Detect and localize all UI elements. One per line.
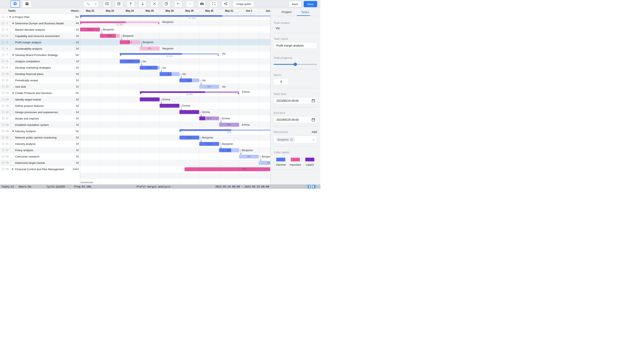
table-row-7[interactable]: 7Develop Brand Promotion Strategy1w	[0, 52, 80, 58]
slider-thumb[interactable]	[294, 63, 297, 66]
toggle-left-panel-icon[interactable]	[307, 185, 311, 188]
gantt-bar-24[interactable]: 0%⋮Benjamin	[259, 161, 270, 165]
table-row-19[interactable]: 19Industry Analysis1w	[0, 128, 80, 134]
table-row-13[interactable]: 13Create Products and Services1w	[0, 90, 80, 96]
copy-button[interactable]	[162, 1, 170, 7]
bar-drag-handle[interactable]: ⋮	[197, 136, 198, 140]
table-row-16[interactable]: 16Design processes and experiences1d	[0, 109, 80, 115]
calendar-icon[interactable]	[312, 99, 315, 103]
indent-button[interactable]	[115, 1, 123, 7]
gantt-bar-6[interactable]: 0%⋮Benjamin	[140, 47, 160, 51]
comment-icon[interactable]	[2, 91, 5, 94]
bar-drag-handle[interactable]: ⋮	[137, 40, 139, 44]
comment-icon[interactable]	[2, 149, 5, 152]
comment-icon[interactable]	[2, 123, 5, 126]
gantt-bar-12[interactable]: 0%⋮Vic	[199, 85, 219, 89]
gantt-bar-4[interactable]: 80%⋮Benjamin	[100, 34, 120, 38]
expand-caret[interactable]	[12, 131, 14, 132]
gantt-bar-8[interactable]: 100%⋮Vic	[120, 59, 140, 63]
table-row-8[interactable]: 8Analyze competitors1d	[0, 58, 80, 65]
gantt-bar-17[interactable]: 30%⋮Emma	[199, 117, 219, 120]
table-row-17[interactable]: 17Iterate and improve1d	[0, 115, 80, 121]
hours-input[interactable]	[274, 78, 289, 85]
gantt-bar-16[interactable]: 99%⋮Emma	[179, 110, 199, 114]
table-row-23[interactable]: 23Consumer research1d	[0, 153, 80, 160]
color-label-general[interactable]: General	[274, 158, 288, 166]
comment-icon[interactable]	[2, 168, 5, 170]
table-row-2[interactable]: 2Determine Domain and Business Model4d	[0, 20, 80, 26]
screenshot-button[interactable]	[198, 1, 206, 7]
back-button[interactable]: Back	[289, 1, 302, 7]
bar-drag-handle[interactable]: ⋮	[197, 78, 198, 82]
gantt-bar-14[interactable]: 100%⋮Emma	[140, 97, 160, 101]
comment-icon[interactable]	[2, 47, 5, 50]
comment-icon[interactable]	[2, 35, 5, 37]
bar-drag-handle[interactable]: ⋮	[157, 47, 159, 51]
table-row-14[interactable]: 14Identify target market1d	[0, 96, 80, 103]
expand-caret[interactable]	[12, 23, 14, 24]
bar-drag-handle[interactable]: ⋮	[216, 85, 218, 89]
task-name-input[interactable]	[274, 42, 317, 49]
save-button[interactable]: Save	[304, 1, 317, 7]
comment-icon[interactable]	[2, 41, 5, 44]
gantt-bar-10[interactable]: 60%⋮Vic	[160, 72, 179, 76]
gantt-summary-bar-19[interactable]: 52%	[179, 129, 270, 131]
table-row-25[interactable]: 25Financial Control and Risk Management1…	[0, 166, 80, 172]
gantt-bar-9[interactable]: 90%⋮Vic	[140, 66, 160, 70]
bar-drag-handle[interactable]: ⋮	[216, 142, 218, 146]
comment-icon[interactable]	[2, 130, 5, 132]
delete-task-button[interactable]	[151, 1, 158, 7]
undo-button[interactable]: ↶	[174, 1, 182, 7]
fullscreen-button[interactable]	[210, 1, 217, 7]
tab-tasks[interactable]: Tasks	[301, 10, 309, 14]
bar-drag-handle[interactable]: ⋮	[237, 148, 238, 152]
outdent-button[interactable]	[103, 1, 111, 7]
table-row-6[interactable]: 6Sustainability analysis1d	[0, 45, 80, 52]
end-time-input[interactable]	[274, 117, 317, 123]
gantt-bar-21[interactable]: 100%⋮Benjamin	[199, 142, 219, 146]
comment-icon[interactable]	[2, 28, 5, 31]
gantt-bar-20[interactable]: 100%⋮Benjamin	[179, 136, 199, 140]
redo-button[interactable]: ↷	[186, 1, 194, 7]
gantt-summary-bar-13[interactable]: 65.8%Emma	[140, 91, 239, 93]
table-row-21[interactable]: 21Industry analysis1d	[0, 141, 80, 147]
move-up-button[interactable]	[127, 1, 134, 7]
bar-drag-handle[interactable]: ⋮	[137, 59, 139, 63]
comment-icon[interactable]	[2, 98, 5, 101]
gantt-bar-3[interactable]: 100%⋮Benjamin	[80, 27, 100, 31]
comment-icon[interactable]	[2, 85, 5, 88]
table-row-15[interactable]: 15Define product features1d	[0, 103, 80, 109]
comment-icon[interactable]	[2, 142, 5, 145]
table-row-1[interactable]: 1A Project Plan5w	[0, 14, 80, 20]
bar-drag-handle[interactable]: ⋮	[256, 155, 258, 158]
bar-drag-handle[interactable]: ⋮	[117, 34, 119, 38]
gantt-bar-23[interactable]: 0%⋮Benjamin	[239, 155, 259, 158]
start-time-input[interactable]	[274, 97, 317, 104]
table-row-3[interactable]: 3Market demand analysis1d	[0, 26, 80, 33]
gantt-bar-15[interactable]: 100%⋮Emma	[160, 104, 179, 108]
share-button[interactable]	[222, 1, 229, 7]
bar-drag-handle[interactable]: ⋮	[197, 110, 198, 114]
bar-drag-handle[interactable]: ⋮	[177, 72, 179, 76]
comment-icon[interactable]	[2, 66, 5, 69]
move-down-button[interactable]	[139, 1, 146, 7]
comment-icon[interactable]	[2, 15, 5, 18]
resources-select[interactable]: Benjamin	[274, 136, 317, 143]
bar-drag-handle[interactable]: ⋮	[237, 123, 238, 127]
horizontal-scrollbar[interactable]	[80, 182, 93, 183]
bar-drag-handle[interactable]: ⋮	[216, 117, 218, 120]
comment-icon[interactable]	[2, 136, 5, 139]
tab-project[interactable]: Project	[282, 10, 291, 14]
comment-icon[interactable]	[2, 53, 5, 56]
gantt-bar-11[interactable]: 63%⋮Vic	[179, 78, 199, 82]
gantt-view-button[interactable]	[11, 0, 20, 8]
comment-icon[interactable]	[2, 155, 5, 158]
comment-icon[interactable]	[2, 22, 5, 25]
table-row-22[interactable]: 22Policy analysis1d	[0, 147, 80, 153]
gantt-bar-18[interactable]: 0%⋮Emma	[219, 123, 239, 127]
bar-drag-handle[interactable]: ⋮	[157, 66, 159, 70]
comment-icon[interactable]	[2, 111, 5, 114]
comment-icon[interactable]	[2, 73, 5, 75]
expand-caret[interactable]	[12, 168, 13, 170]
table-row-5[interactable]: 5Profit margin analysis1d	[0, 39, 80, 45]
